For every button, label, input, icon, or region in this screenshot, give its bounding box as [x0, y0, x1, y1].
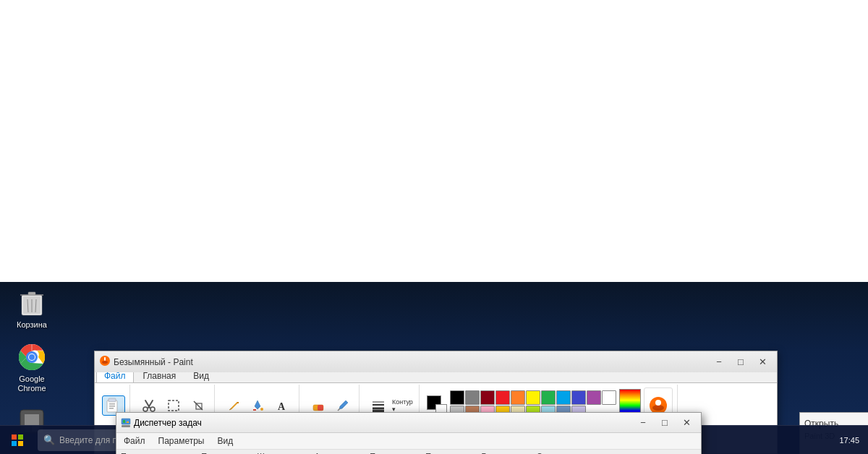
svg-rect-28: [169, 401, 179, 411]
color-swatch-4[interactable]: [511, 390, 525, 405]
tm-col-8: С...: [537, 452, 549, 455]
svg-rect-52: [18, 434, 23, 440]
svg-rect-53: [12, 441, 17, 446]
desktop-icons: Корзина Google Chrome: [6, 286, 58, 442]
recycle-bin-icon: [17, 288, 46, 317]
svg-rect-48: [123, 420, 125, 423]
paint-close-button[interactable]: ✕: [752, 354, 773, 370]
recycle-bin-label: Корзина: [17, 320, 47, 330]
color-swatch-8[interactable]: [571, 390, 586, 405]
task-manager-columns: Процессы П... Ж... А... П... П... Б... С…: [116, 449, 701, 454]
paint-minimize-button[interactable]: −: [709, 354, 729, 370]
desktop-icon-chrome[interactable]: Google Chrome: [6, 340, 58, 396]
svg-rect-24: [109, 406, 115, 407]
color-swatch-7[interactable]: [556, 390, 571, 405]
svg-rect-25: [109, 408, 114, 409]
paint-window-title: Безымянный - Paint: [114, 357, 709, 367]
color-swatch-10[interactable]: [602, 390, 616, 405]
svg-line-36: [338, 408, 340, 411]
svg-rect-51: [12, 434, 17, 440]
svg-rect-23: [109, 403, 115, 405]
paint-maximize-button[interactable]: □: [731, 354, 751, 370]
chrome-icon: [17, 343, 46, 372]
taskbar-tray: 17:45: [830, 434, 868, 446]
paint-title-app-icon: [99, 355, 111, 369]
color-swatch-3[interactable]: [495, 390, 510, 405]
svg-rect-50: [122, 425, 130, 427]
paint-title-controls: − □ ✕: [709, 354, 773, 370]
tm-col-7: Б...: [481, 452, 493, 455]
svg-marker-30: [237, 402, 239, 403]
tm-menu-params[interactable]: Параметры: [156, 435, 208, 447]
task-manager-menubar: Файл Параметры Вид: [116, 433, 701, 449]
tm-maximize-button[interactable]: □: [655, 415, 675, 431]
svg-rect-54: [18, 441, 23, 446]
svg-text:A: A: [278, 401, 286, 412]
chrome-label: Google Chrome: [9, 374, 55, 393]
desktop-icon-recycle-bin[interactable]: Корзина: [6, 286, 58, 333]
svg-rect-47: [122, 419, 130, 424]
svg-point-45: [102, 361, 108, 364]
tm-minimize-button[interactable]: −: [633, 415, 653, 431]
tm-col-4: А...: [315, 452, 327, 455]
svg-point-42: [652, 405, 664, 411]
task-manager-icon: [121, 418, 131, 428]
svg-point-27: [150, 407, 155, 411]
task-manager-title: Диспетчер задач: [134, 418, 633, 428]
tm-col-2: П...: [201, 452, 213, 455]
tm-menu-file[interactable]: Файл: [121, 435, 148, 447]
svg-point-32: [260, 408, 263, 411]
tm-col-5: П...: [370, 452, 382, 455]
svg-rect-46: [104, 357, 106, 361]
paint-titlebar: Безымянный - Paint − □ ✕: [94, 351, 778, 372]
color-swatch-2[interactable]: [480, 390, 495, 405]
search-icon: 🔍: [43, 434, 55, 445]
svg-rect-2: [28, 292, 35, 295]
tm-col-1: Процессы: [121, 452, 158, 455]
svg-point-8: [29, 354, 35, 360]
color-swatch-0[interactable]: [450, 390, 464, 405]
task-manager-controls: − □ ✕: [633, 415, 697, 431]
task-manager-titlebar: Диспетчер задач − □ ✕: [116, 413, 701, 433]
task-manager-window: Диспетчер задач − □ ✕ Файл Параметры Вид…: [116, 412, 702, 454]
start-button[interactable]: [0, 426, 35, 455]
svg-point-43: [655, 400, 661, 406]
tm-menu-view[interactable]: Вид: [214, 435, 236, 447]
color-swatch-6[interactable]: [541, 390, 556, 405]
svg-rect-49: [127, 421, 129, 423]
svg-rect-10: [25, 414, 39, 425]
desktop: [0, 0, 868, 282]
tm-col-3: Ж...: [257, 452, 271, 455]
color-swatch-5[interactable]: [526, 390, 540, 405]
tm-col-6: П...: [425, 452, 438, 455]
tm-close-button[interactable]: ✕: [676, 415, 697, 431]
tray-time: 17:45: [836, 434, 862, 446]
svg-point-26: [143, 407, 148, 411]
color-swatch-1[interactable]: [465, 390, 480, 405]
color-swatch-9[interactable]: [587, 390, 601, 405]
svg-rect-22: [109, 398, 116, 402]
svg-rect-35: [318, 405, 323, 411]
